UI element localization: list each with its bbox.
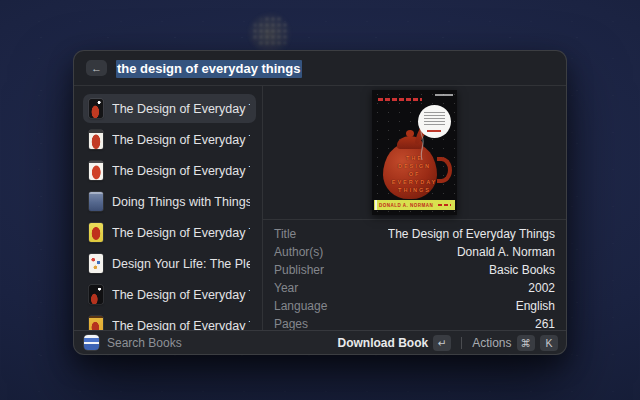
list-item[interactable]: The Design of Everyday Thin... (83, 125, 256, 154)
book-cover: THE DESIGN OF EVERYDAY THINGS DONALD A. … (372, 90, 457, 215)
book-title: The Design of Everyday Thin... (112, 133, 250, 147)
metadata-row: Language English (274, 297, 555, 315)
list-item[interactable]: The Design of Everyday Thin... (83, 218, 256, 247)
book-search-app-icon (84, 335, 99, 350)
actions-button[interactable]: Actions (472, 336, 511, 350)
band-tick (375, 200, 377, 210)
metadata-row: Author(s) Donald A. Norman (274, 243, 555, 261)
book-thumbnail (89, 192, 103, 211)
footer-divider (461, 337, 462, 349)
cover-top-right-line (435, 94, 453, 96)
metadata-row: Publisher Basic Books (274, 261, 555, 279)
wallpaper-motif (248, 12, 294, 52)
metadata-label: Year (274, 281, 298, 295)
metadata-row: Title The Design of Everyday Things (274, 225, 555, 243)
cover-top-tagline (378, 98, 422, 101)
metadata-row: Pages 261 (274, 315, 555, 330)
metadata-value: The Design of Everyday Things (388, 227, 555, 241)
metadata-value: Donald A. Norman (457, 245, 555, 259)
download-book-button[interactable]: Download Book (337, 336, 428, 350)
detail-panel: THE DESIGN OF EVERYDAY THINGS DONALD A. … (262, 86, 566, 330)
cmd-key-badge: ⌘ (517, 335, 536, 351)
return-key-badge: ↵ (433, 335, 451, 351)
back-button[interactable]: ← (86, 60, 107, 76)
book-title: The Design of Everyday Thin... (112, 288, 250, 302)
search-input[interactable]: the design of everyday things (116, 61, 302, 76)
search-window: ← the design of everyday things The Desi… (73, 50, 567, 355)
book-thumbnail (89, 161, 103, 180)
book-title: The Design of Everyday Thin... (112, 102, 250, 116)
selected-query-text: the design of everyday things (116, 60, 302, 78)
metadata-label: Language (274, 299, 327, 313)
book-title: Doing Things with Things: T... (112, 195, 250, 209)
metadata-panel: Title The Design of Everyday Things Auth… (263, 220, 566, 330)
book-title: Design Your Life: The Pleasu... (112, 257, 250, 271)
results-list: The Design of Everyday Thin... The Desig… (74, 86, 262, 330)
book-thumbnail (89, 285, 103, 304)
list-item[interactable]: The Design of Everyday Thin... (83, 94, 256, 123)
book-thumbnail (89, 223, 103, 242)
list-item[interactable]: Doing Things with Things: T... (83, 187, 256, 216)
list-item[interactable]: The Design of Everyday Thin... (83, 156, 256, 185)
book-thumbnail (89, 316, 103, 330)
metadata-label: Publisher (274, 263, 324, 277)
metadata-label: Title (274, 227, 296, 241)
speech-bubble (418, 105, 451, 138)
cover-title-text: THE DESIGN OF EVERYDAY THINGS (372, 154, 457, 194)
book-title: The Design of Everyday Thin... (112, 226, 250, 240)
search-bar: ← the design of everyday things (74, 51, 566, 86)
metadata-value: Basic Books (489, 263, 555, 277)
metadata-value: 261 (535, 317, 555, 330)
list-item[interactable]: The Design of Everyday Thin... (83, 311, 256, 330)
list-item[interactable]: Design Your Life: The Pleasu... (83, 249, 256, 278)
book-title: The Design of Everyday Thin... (112, 319, 250, 331)
k-key-badge: K (540, 335, 558, 351)
cover-author-band: DONALD A. NORMAN (374, 200, 455, 210)
footer-bar: Search Books Download Book ↵ Actions ⌘ K (74, 330, 566, 354)
list-item[interactable]: The Design of Everyday Thin... (83, 280, 256, 309)
band-dashes (438, 204, 451, 206)
book-thumbnail (89, 99, 103, 118)
book-thumbnail (89, 130, 103, 149)
footer-app-label: Search Books (107, 336, 182, 350)
metadata-label: Author(s) (274, 245, 323, 259)
book-title: The Design of Everyday Thin... (112, 164, 250, 178)
metadata-value: 2002 (528, 281, 555, 295)
cover-preview-area: THE DESIGN OF EVERYDAY THINGS DONALD A. … (263, 86, 566, 220)
book-thumbnail (89, 254, 103, 273)
cover-author-text: DONALD A. NORMAN (379, 203, 433, 208)
metadata-row: Year 2002 (274, 279, 555, 297)
metadata-label: Pages (274, 317, 308, 330)
metadata-value: English (516, 299, 555, 313)
